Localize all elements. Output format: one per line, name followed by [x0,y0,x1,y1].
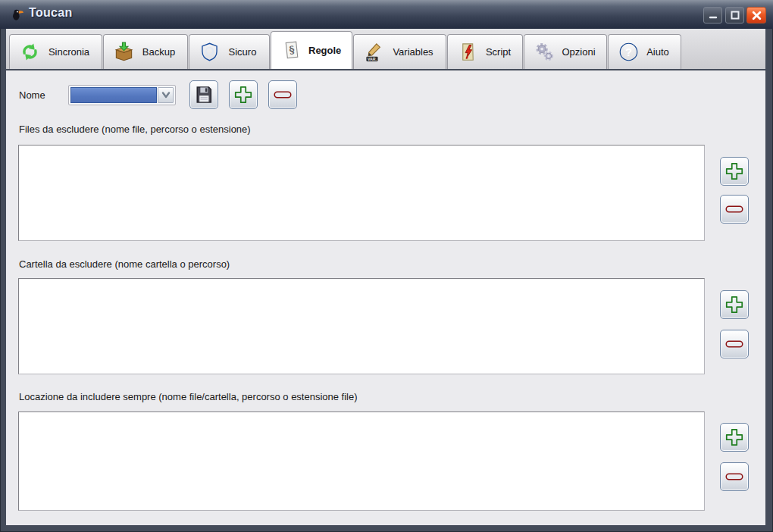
floppy-disk-icon [193,84,214,105]
minus-icon [724,466,745,487]
tab-bar: Sincronia Backup Sicuro § [6,29,765,69]
regole-panel: Nome Files da escludere (nome file, perc… [6,70,765,525]
gears-icon [534,42,555,62]
plus-icon [724,427,745,448]
remove-profile-button[interactable] [268,80,297,109]
chevron-down-icon [161,92,171,99]
maximize-icon [731,11,740,20]
tab-variables[interactable]: VAR. Variables [353,34,446,69]
exclude-files-add-button[interactable] [720,157,749,186]
tab-label: Backup [141,46,180,58]
tab-label: Opzioni [562,46,599,58]
minus-icon [724,333,745,355]
nome-label: Nome [19,89,45,101]
tab-sicuro[interactable]: Sicuro [189,34,270,69]
always-include-remove-button[interactable] [720,462,749,491]
exclude-files-label: Files da escludere (nome file, percorso … [19,124,251,135]
svg-text:?: ? [625,46,632,58]
svg-text:VAR.: VAR. [368,57,377,61]
exclude-folders-label: Cartella da escludere (nome cartella o p… [19,258,230,270]
app-window: Toucan Sincronia [0,0,773,532]
tab-opzioni[interactable]: Opzioni [524,34,607,69]
tab-label: Regole [308,45,344,56]
tab-label: Aiuto [646,46,673,58]
minimize-icon [709,11,718,20]
exclude-files-listbox[interactable] [18,145,705,241]
help-icon: ? [618,42,639,62]
tab-label: Sincronia [47,46,94,58]
exclude-folders-listbox[interactable] [18,278,705,374]
exclude-folders-remove-button[interactable] [720,330,749,358]
tab-sincronia[interactable]: Sincronia [9,34,102,69]
tab-label: Script [485,46,515,58]
exclude-folders-add-button[interactable] [720,290,749,319]
tab-script[interactable]: Script [447,34,523,69]
profile-combobox[interactable] [68,85,176,105]
shield-icon [199,42,220,62]
tab-aiuto[interactable]: ? Aiuto [608,34,681,69]
toucan-logo-icon [11,8,24,21]
tab-label: Variables [391,46,438,58]
maximize-button[interactable] [725,7,744,23]
close-icon [752,11,762,20]
add-profile-button[interactable] [229,80,258,109]
plus-icon [233,84,254,105]
close-button[interactable] [746,7,766,23]
tab-regole[interactable]: § Regole [271,31,352,69]
tab-label: Sicuro [227,46,261,58]
minus-icon [724,199,745,220]
window-title: Toucan [29,6,73,20]
backup-box-icon [114,42,134,62]
rules-paper-icon: § [281,40,302,61]
plus-icon [724,294,745,315]
minus-icon [272,84,293,105]
save-profile-button[interactable] [189,80,218,109]
combobox-dropdown-button[interactable] [158,87,174,103]
script-bolt-icon [458,42,478,62]
minimize-button[interactable] [703,7,722,23]
always-include-add-button[interactable] [720,423,749,452]
svg-text:§: § [289,43,296,56]
pencil-var-icon: VAR. [364,42,384,62]
title-bar: Toucan [0,0,773,29]
sync-icon [20,42,40,62]
always-include-label: Locazione da includere sempre (nome file… [19,391,358,402]
always-include-listbox[interactable] [18,412,705,511]
plus-icon [724,161,745,182]
profile-combobox-value [70,87,157,103]
tab-backup[interactable]: Backup [103,34,188,69]
exclude-files-remove-button[interactable] [720,195,749,224]
